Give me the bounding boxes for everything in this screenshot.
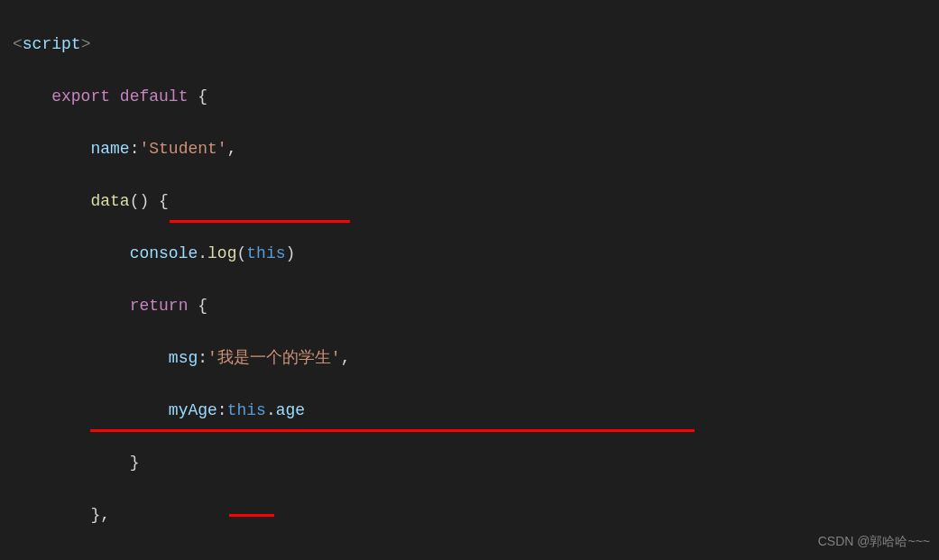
keyword-this: this — [246, 244, 285, 262]
paren: ( — [236, 244, 246, 262]
brace: { — [149, 192, 169, 210]
code-line-2: export default { — [13, 84, 939, 110]
tag-bracket: > — [81, 35, 91, 53]
obj-console: console — [130, 244, 198, 262]
code-line-10: }, — [13, 502, 939, 528]
code-line-4: data() { — [13, 188, 939, 215]
brace: } — [90, 506, 100, 524]
dot: . — [198, 244, 207, 262]
code-line-3: name:'Student', — [13, 136, 939, 162]
keyword-this: this — [227, 401, 266, 419]
code-line-5: console.log(this) — [13, 241, 939, 267]
prop-age: age — [276, 401, 305, 419]
brace: } — [130, 454, 140, 472]
keyword-return: return — [130, 297, 189, 315]
code-line-8: myAge:this.age — [13, 398, 939, 424]
tag-bracket: < — [13, 35, 23, 53]
method-data: data — [90, 192, 129, 210]
comma: , — [100, 506, 110, 524]
comma: , — [341, 349, 351, 367]
brace: { — [188, 297, 207, 315]
paren: ) — [286, 244, 296, 262]
keyword-export: export — [51, 87, 110, 106]
prop-msg: msg — [169, 349, 198, 367]
keyword-default: default — [120, 87, 189, 106]
code-line-6: return { — [13, 293, 939, 319]
underline-annotation — [90, 429, 695, 432]
string-value: '我是一个的学生' — [207, 349, 341, 367]
colon: : — [198, 349, 207, 367]
code-line-9: } — [13, 450, 939, 476]
tag-name: script — [23, 35, 81, 53]
prop-name: name — [90, 140, 129, 158]
watermark: CSDN @郭哈哈~~~ — [818, 528, 930, 555]
code-line-11: methods: { — [13, 555, 939, 560]
dot: . — [266, 401, 276, 419]
brace: { — [188, 87, 207, 106]
underline-annotation — [170, 220, 350, 223]
code-line-7: msg:'我是一个的学生', — [13, 345, 939, 372]
parens: () — [130, 192, 150, 210]
code-editor[interactable]: <script> export default { name:'Student'… — [0, 0, 939, 560]
comma: , — [227, 140, 237, 158]
colon: : — [217, 401, 227, 419]
string-value: 'Student' — [139, 140, 226, 158]
code-line-1: <script> — [13, 32, 939, 58]
underline-annotation — [229, 514, 274, 517]
colon: : — [130, 140, 140, 158]
prop-myage: myAge — [169, 401, 217, 419]
method-log: log — [207, 244, 236, 262]
